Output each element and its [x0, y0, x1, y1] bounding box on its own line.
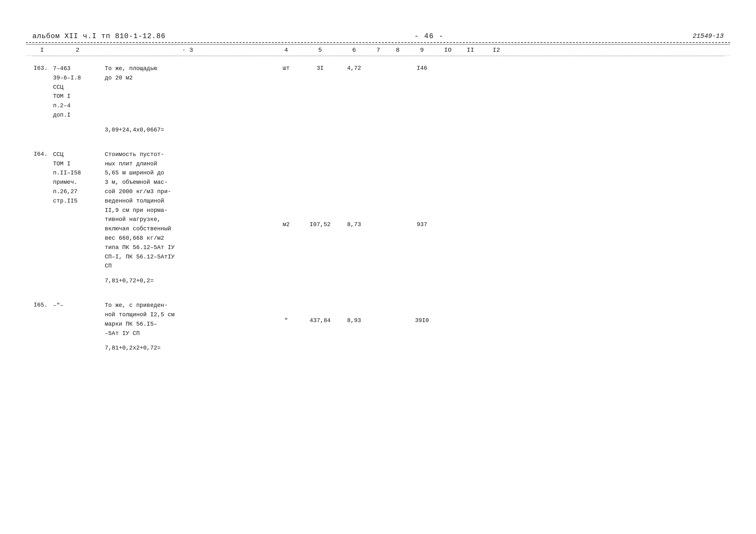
col-header-10: IO [437, 46, 459, 54]
cell-col7-164 [369, 149, 388, 151]
table-row: I63. 7–463 39–6–I.8 ССЦ ТОМ I п.2–4 доп.… [32, 60, 724, 124]
formula-row-163: 3,09+24,4х0,0667= [32, 124, 724, 141]
cell-desc-163: То же, площадью до 20 м2 [103, 63, 272, 83]
cell-col10-164 [437, 149, 459, 151]
cell-row-num-163: I63. [32, 63, 52, 73]
data-section: I63. 7–463 39–6–I.8 ССЦ ТОМ I п.2–4 доп.… [26, 60, 730, 359]
cell-col9-165: 39I0 [407, 300, 437, 326]
page-container: альбом XII ч.I тп 810-1-12.86 - 46 - 215… [26, 19, 730, 359]
cell-unit-163: шт [272, 63, 301, 73]
cell-row-num-164: I64. [32, 149, 52, 159]
cell-ref-165: –"– [52, 300, 103, 311]
cell-col6-164: 8,73 [339, 149, 369, 230]
cell-col7-163 [369, 63, 388, 64]
cell-col11-164 [459, 149, 482, 151]
cell-col5-163: 3I [301, 63, 339, 73]
row-163: I63. 7–463 39–6–I.8 ССЦ ТОМ I п.2–4 доп.… [32, 60, 724, 141]
cell-col6-165: 8,93 [339, 300, 369, 326]
formula-row-164: 7,81+0,72+0,2= [32, 275, 724, 292]
cell-col11-163 [459, 63, 482, 64]
header-separator [32, 56, 724, 56]
col-header-12: I2 [482, 46, 511, 54]
cell-ref-163: 7–463 39–6–I.8 ССЦ ТОМ I п.2–4 доп.I [52, 63, 103, 120]
table-row: I65. –"– То же, с приведен- ной толщиной… [32, 297, 724, 342]
header-right: 21549-13 [693, 32, 724, 40]
col-header-5: 5 [301, 46, 339, 54]
col-header-2: 2 [52, 46, 103, 54]
cell-col10-165 [437, 300, 459, 301]
cell-col8-164 [388, 149, 407, 151]
header-left: альбом XII ч.I тп 810-1-12.86 [32, 32, 166, 40]
top-dashed-line [26, 42, 730, 43]
cell-col10-163 [437, 63, 459, 64]
formula-163: 3,09+24,4х0,0667= [103, 125, 272, 135]
cell-unit-164: м2 [272, 149, 301, 230]
cell-col9-163: I46 [407, 63, 437, 73]
col-header-3: · 3 [103, 46, 272, 54]
col-header-4: 4 [272, 46, 301, 54]
cell-col12-164 [482, 149, 511, 151]
row-165: I65. –"– То же, с приведен- ной толщиной… [32, 297, 724, 359]
row-164: I64. ССЦ ТОМ I п.II–I58 примеч. п.26,27 … [32, 146, 724, 292]
cell-unit-165: " [272, 300, 301, 326]
cell-col6-163: 4,72 [339, 63, 369, 73]
header-center: - 46 - [414, 32, 444, 40]
col-header-11: II [459, 46, 482, 54]
cell-col8-163 [388, 63, 407, 64]
col-header-6: 6 [339, 46, 369, 54]
col-header-8: 8 [388, 46, 407, 54]
cell-col12-163 [482, 63, 511, 64]
cell-row-num-165: I65. [32, 300, 52, 310]
cell-col12-165 [482, 300, 511, 301]
cell-col5-164: I07,52 [301, 149, 339, 230]
table-wrapper: I 2 · 3 4 5 6 7 8 9 IO II I2 I63. 7–463 … [26, 44, 730, 359]
formula-164: 7,81+0,72+0,2= [103, 276, 272, 286]
column-headers: I 2 · 3 4 5 6 7 8 9 IO II I2 [26, 44, 730, 56]
cell-col8-165 [388, 300, 407, 301]
header-section: альбом XII ч.I тп 810-1-12.86 - 46 - 215… [26, 32, 730, 40]
formula-165: 7,81+0,2х2+0,72= [103, 343, 272, 353]
cell-col7-165 [369, 300, 388, 301]
col-header-7: 7 [369, 46, 388, 54]
cell-desc-165: То же, с приведен- ной толщиной I2,5 см … [103, 300, 272, 339]
cell-col11-165 [459, 300, 482, 301]
table-row: I64. ССЦ ТОМ I п.II–I58 примеч. п.26,27 … [32, 146, 724, 275]
cell-col9-164: 937 [407, 149, 437, 230]
cell-desc-164: Стоимость пустот- ных плит длиной 5,65 м… [103, 149, 272, 271]
col-header-9: 9 [407, 46, 437, 54]
cell-col5-165: 437,84 [301, 300, 339, 326]
cell-ref-164: ССЦ ТОМ I п.II–I58 примеч. п.26,27 стр.I… [52, 149, 103, 206]
col-header-1: I [32, 46, 52, 54]
formula-row-165: 7,81+0,2х2+0,72= [32, 342, 724, 359]
